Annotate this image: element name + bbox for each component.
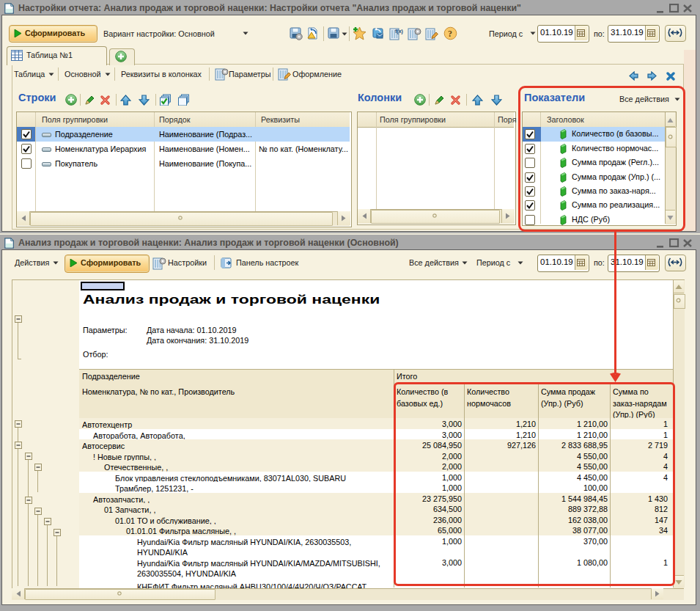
svg-text:f(x): f(x) <box>395 29 403 34</box>
svg-text:?: ? <box>448 29 452 39</box>
